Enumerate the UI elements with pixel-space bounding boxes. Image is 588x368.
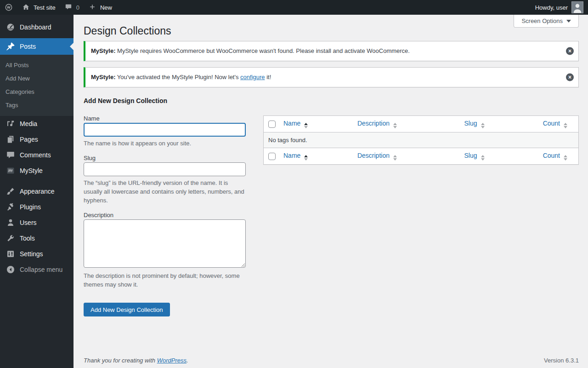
add-new-design-collection-button[interactable]: Add New Design Collection (84, 303, 170, 316)
slug-input[interactable] (84, 162, 246, 176)
table-footer-row: Name Description Slug Count (264, 148, 578, 164)
sort-arrows-icon (304, 155, 308, 161)
collapse-arrow-icon (6, 265, 15, 274)
column-header-link[interactable]: Count (543, 120, 560, 127)
sort-arrows-icon (481, 155, 485, 161)
sidebar-item-mystyle[interactable]: MyStyle (0, 163, 74, 178)
column-header-link[interactable]: Count (543, 152, 560, 159)
sidebar-item-settings[interactable]: Settings (0, 246, 74, 262)
sidebar-label: Posts (20, 43, 36, 50)
notice-text: MyStyle requires WooCommerce but WooComm… (115, 47, 409, 54)
empty-table-row: No tags found. (264, 132, 578, 148)
submenu-categories[interactable]: Categories (0, 85, 74, 98)
menu-separator (0, 35, 74, 38)
column-header-link[interactable]: Name (283, 120, 300, 127)
page-title: Design Collections (84, 15, 579, 40)
my-account-menu[interactable]: Howdy, user (531, 1, 588, 13)
sidebar-item-users[interactable]: Users (0, 215, 74, 230)
name-input[interactable] (84, 123, 246, 137)
empty-message: No tags found. (264, 132, 578, 148)
form-heading: Add New Design Collection (84, 97, 246, 104)
column-header-link[interactable]: Slug (464, 120, 477, 127)
menu-separator (0, 178, 74, 184)
user-avatar (571, 1, 583, 13)
wordpress-logo-icon (5, 3, 13, 12)
footer-thanks: Thank you for creating with WordPress. (84, 357, 188, 364)
column-footer-slug[interactable]: Slug (460, 148, 524, 164)
column-header-link[interactable]: Slug (464, 152, 477, 159)
admin-footer: Thank you for creating with WordPress. V… (84, 357, 579, 364)
wordpress-link[interactable]: WordPress (157, 357, 187, 364)
comments-shortcut[interactable]: 0 (60, 0, 84, 15)
posts-submenu: All Posts Add New Categories Tags (0, 55, 74, 116)
sidebar-item-plugins[interactable]: Plugins (0, 199, 74, 215)
name-label: Name (84, 115, 246, 123)
slug-label: Slug (84, 154, 246, 162)
sort-arrows-icon (481, 123, 485, 128)
table-header-row: Name Description Slug Count (264, 116, 578, 132)
comments-count: 0 (76, 4, 79, 11)
column-header-name[interactable]: Name (279, 116, 353, 132)
sort-arrows-icon (564, 155, 567, 161)
plugins-icon (6, 202, 15, 212)
media-icon (6, 119, 15, 128)
submenu-add-new[interactable]: Add New (0, 72, 74, 85)
submenu-all-posts[interactable]: All Posts (0, 58, 74, 72)
column-footer-count[interactable]: Count (524, 148, 578, 164)
sidebar-item-comments[interactable]: Comments (0, 147, 74, 163)
configure-link[interactable]: configure (240, 74, 265, 80)
select-all-checkbox[interactable] (268, 153, 276, 160)
sidebar-item-dashboard[interactable]: Dashboard (0, 19, 74, 35)
column-header-link[interactable]: Description (357, 152, 390, 159)
sort-arrows-icon (393, 155, 397, 161)
dismiss-notice-icon[interactable] (566, 74, 574, 81)
column-footer-description[interactable]: Description (353, 148, 460, 164)
column-header-link[interactable]: Description (357, 120, 390, 127)
description-label: Description (84, 211, 246, 219)
sidebar-label: Appearance (20, 188, 55, 195)
column-header-count[interactable]: Count (524, 116, 578, 132)
screen-options-button[interactable]: Screen Options (514, 15, 579, 28)
column-footer-name[interactable]: Name (279, 148, 353, 164)
terms-table-column: Name Description Slug Count (263, 97, 579, 165)
sidebar-item-posts[interactable]: Posts (0, 38, 74, 55)
notice-text: You've activated the MyStyle Plugin! Now… (115, 74, 240, 80)
notice-woocommerce-missing: MyStyle: MyStyle requires WooCommerce bu… (84, 41, 579, 61)
chevron-down-icon (566, 20, 571, 23)
sidebar-label: Tools (20, 235, 35, 242)
name-help-text: The name is how it appears on your site. (84, 139, 246, 148)
column-header-description[interactable]: Description (353, 116, 460, 132)
comment-bubble-icon (65, 3, 73, 12)
sort-arrows-icon (304, 123, 308, 128)
sidebar-label: Plugins (20, 203, 41, 211)
collapse-label: Collapse menu (20, 266, 62, 273)
notice-text: it! (265, 74, 271, 80)
wordpress-logo-menu[interactable] (0, 0, 17, 15)
submenu-tags[interactable]: Tags (0, 98, 74, 112)
new-label: New (100, 4, 112, 11)
add-form-column: Add New Design Collection Name The name … (84, 97, 246, 316)
collapse-menu-button[interactable]: Collapse menu (0, 262, 74, 277)
sidebar-label: Pages (20, 136, 38, 143)
sidebar-label: Media (20, 120, 37, 127)
new-content-menu[interactable]: New (84, 0, 117, 15)
home-icon (22, 3, 30, 12)
sidebar-item-media[interactable]: Media (0, 116, 74, 132)
screen-options-label: Screen Options (521, 17, 563, 24)
column-header-slug[interactable]: Slug (460, 116, 524, 132)
sidebar-label: MyStyle (20, 167, 43, 174)
description-textarea[interactable] (84, 219, 246, 268)
column-header-link[interactable]: Name (283, 152, 300, 159)
sort-arrows-icon (564, 123, 567, 128)
visit-site-link[interactable]: Test site (17, 0, 60, 15)
sidebar-label: Dashboard (20, 23, 51, 31)
content-area: Screen Options Design Collections MyStyl… (74, 15, 588, 368)
users-icon (6, 218, 15, 227)
sidebar-item-pages[interactable]: Pages (0, 132, 74, 147)
slug-field-group: Slug The “slug” is the URL-friendly vers… (84, 154, 246, 205)
terms-table: Name Description Slug Count (263, 115, 579, 165)
select-all-checkbox[interactable] (268, 121, 276, 128)
dismiss-notice-icon[interactable] (566, 47, 574, 55)
sidebar-item-tools[interactable]: Tools (0, 230, 74, 246)
sidebar-item-appearance[interactable]: Appearance (0, 184, 74, 199)
